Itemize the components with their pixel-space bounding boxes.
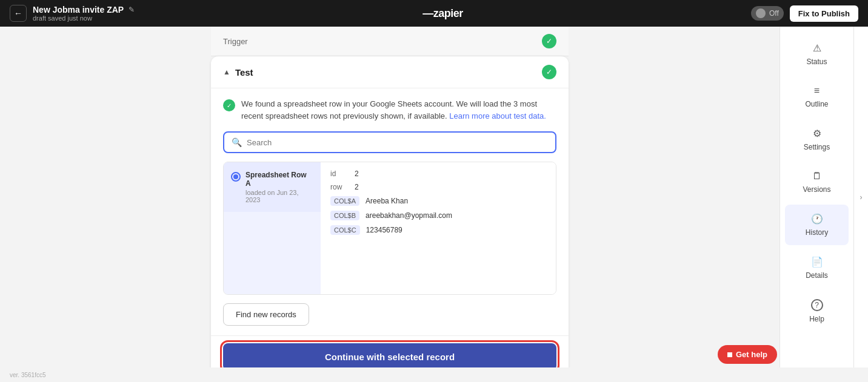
draft-status: draft saved just now: [33, 15, 135, 22]
details-label: Details: [806, 271, 828, 280]
field-badge-cola: COL$A: [330, 196, 359, 206]
settings-label: Settings: [804, 143, 830, 151]
field-row-id: id 2: [330, 170, 546, 178]
version-text: ver. 3561fcc5: [10, 372, 45, 378]
sidebar-item-status[interactable]: ⚠ Status: [785, 34, 849, 74]
test-check-icon: ✓: [542, 65, 556, 79]
continue-with-selected-record-button[interactable]: Continue with selected record: [223, 343, 556, 367]
outline-icon: ≡: [814, 85, 820, 96]
bottom-bar: ver. 3561fcc5: [0, 367, 868, 382]
status-icon: ⚠: [813, 42, 821, 54]
learn-more-link[interactable]: Learn more about test data.: [449, 111, 546, 120]
sidebar-collapse-button[interactable]: ›: [853, 27, 868, 367]
search-icon: 🔍: [232, 137, 242, 147]
field-key-row: row: [330, 183, 349, 191]
record-item[interactable]: Spreadsheet Row A loaded on Jun 23, 2023: [224, 162, 321, 212]
records-container: Spreadsheet Row A loaded on Jun 23, 2023…: [223, 162, 556, 295]
field-value-colb: areebakhan@yopmail.com: [366, 211, 452, 220]
zap-title: New Jobma invite ZAP: [33, 5, 124, 15]
history-label: History: [806, 228, 828, 237]
toggle-label: Off: [769, 9, 779, 18]
history-icon: 🕐: [811, 213, 823, 225]
fix-to-publish-button[interactable]: Fix to Publish: [790, 5, 858, 22]
field-badge-colc: COL$C: [330, 225, 360, 235]
get-help-button[interactable]: Get help: [718, 345, 777, 364]
sidebar-wrapper: ⚠ Status ≡ Outline ⚙ Settings 🗒 Versions…: [780, 27, 868, 367]
field-value-cola: Areeba Khan: [366, 197, 408, 205]
back-button[interactable]: ←: [10, 5, 27, 22]
find-records-button[interactable]: Find new records: [223, 303, 309, 326]
details-icon: 📄: [811, 256, 823, 268]
toggle-off-switch[interactable]: Off: [751, 6, 784, 21]
search-box: 🔍: [223, 131, 556, 153]
header-title-block: New Jobma invite ZAP ✎ draft saved just …: [33, 5, 135, 22]
sidebar-item-outline[interactable]: ≡ Outline: [785, 77, 849, 117]
radio-selected-icon: [231, 172, 241, 182]
versions-icon: 🗒: [812, 171, 822, 182]
get-help-dot: [727, 352, 732, 357]
header-center: —zapier: [422, 7, 463, 20]
versions-label: Versions: [803, 185, 830, 194]
test-card: ▲ Test ✓ ✓ We found a spreadsheet row in…: [211, 56, 569, 367]
field-value-colc: 123456789: [366, 226, 402, 234]
back-icon: ←: [14, 8, 22, 18]
record-name: Spreadsheet Row A: [245, 171, 313, 188]
sidebar-item-history[interactable]: 🕐 History: [785, 205, 849, 245]
field-value-id: 2: [355, 170, 359, 178]
toggle-circle: [756, 8, 766, 18]
continue-btn-wrapper: Continue with selected record: [211, 335, 569, 367]
field-row-colc: COL$C 123456789: [330, 225, 546, 235]
trigger-section: Trigger ✓: [211, 27, 569, 56]
field-badge-colb: COL$B: [330, 211, 359, 220]
trigger-check-icon: ✓: [542, 34, 556, 48]
field-row-row: row 2: [330, 183, 546, 191]
info-text: We found a spreadsheet row in your Googl…: [241, 98, 556, 122]
header-right: Off Fix to Publish: [751, 5, 858, 22]
chevron-up-icon[interactable]: ▲: [223, 68, 230, 76]
info-check-icon: ✓: [223, 99, 235, 111]
logo-text: zapier: [433, 7, 463, 19]
record-detail: id 2 row 2 COL$A Areeba Khan: [321, 162, 556, 294]
info-row: ✓ We found a spreadsheet row in your Goo…: [223, 98, 556, 122]
sidebar-item-versions[interactable]: 🗒 Versions: [785, 162, 849, 202]
top-header: ← New Jobma invite ZAP ✎ draft saved jus…: [0, 0, 868, 27]
test-header: ▲ Test ✓: [211, 56, 569, 88]
settings-icon: ⚙: [813, 128, 821, 139]
search-input[interactable]: [247, 138, 548, 147]
sidebar-item-help[interactable]: ? Help: [785, 291, 849, 332]
test-body: ✓ We found a spreadsheet row in your Goo…: [211, 88, 569, 335]
record-date: loaded on Jun 23, 2023: [245, 189, 313, 203]
center-panel: Trigger ✓ ▲ Test ✓ ✓ We f: [0, 27, 780, 367]
sidebar-item-settings[interactable]: ⚙ Settings: [785, 119, 849, 160]
test-header-left: ▲ Test: [223, 67, 253, 77]
record-info: Spreadsheet Row A loaded on Jun 23, 2023: [245, 171, 313, 203]
test-title: Test: [235, 67, 253, 77]
zapier-logo: —zapier: [422, 7, 463, 20]
logo-dash: —: [422, 7, 433, 19]
outline-label: Outline: [805, 100, 828, 108]
right-sidebar: ⚠ Status ≡ Outline ⚙ Settings 🗒 Versions…: [780, 27, 853, 367]
field-key-id: id: [330, 170, 349, 178]
sidebar-item-details[interactable]: 📄 Details: [785, 248, 849, 288]
field-row-cola: COL$A Areeba Khan: [330, 196, 546, 206]
status-label: Status: [806, 58, 827, 66]
get-help-label: Get help: [736, 350, 767, 359]
trigger-label: Trigger: [223, 37, 248, 46]
main-content: Trigger ✓ ▲ Test ✓ ✓ We f: [0, 27, 868, 367]
records-list: Spreadsheet Row A loaded on Jun 23, 2023: [224, 162, 321, 294]
edit-icon[interactable]: ✎: [129, 5, 135, 14]
field-value-row: 2: [355, 183, 359, 191]
help-icon: ?: [811, 299, 823, 311]
field-row-colb: COL$B areebakhan@yopmail.com: [330, 211, 546, 220]
help-label: Help: [809, 315, 824, 323]
header-left: ← New Jobma invite ZAP ✎ draft saved jus…: [10, 5, 135, 22]
